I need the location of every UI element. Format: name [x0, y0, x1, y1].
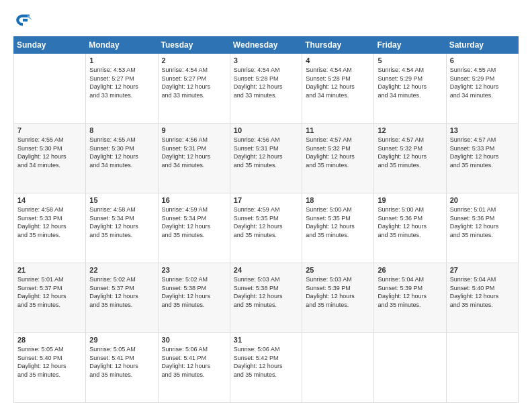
day-info: Sunrise: 4:57 AMSunset: 5:33 PMDaylight:…	[450, 136, 515, 169]
day-number: 13	[450, 126, 515, 134]
day-cell: 9 Sunrise: 4:56 AMSunset: 5:31 PMDayligh…	[158, 124, 230, 193]
day-number: 14	[17, 196, 82, 204]
day-info: Sunrise: 5:03 AMSunset: 5:39 PMDaylight:…	[306, 275, 370, 309]
day-cell: 6 Sunrise: 4:55 AMSunset: 5:29 PMDayligh…	[446, 54, 518, 124]
day-number: 23	[162, 266, 226, 274]
day-info: Sunrise: 5:04 AMSunset: 5:39 PMDaylight:…	[378, 275, 442, 309]
day-cell: 19 Sunrise: 5:00 AMSunset: 5:36 PMDaylig…	[374, 193, 446, 263]
day-cell: 24 Sunrise: 5:03 AMSunset: 5:38 PMDaylig…	[230, 263, 302, 333]
day-number: 16	[162, 196, 226, 204]
day-cell	[446, 333, 518, 403]
day-info: Sunrise: 4:55 AMSunset: 5:30 PMDaylight:…	[89, 136, 154, 169]
day-info: Sunrise: 4:57 AMSunset: 5:32 PMDaylight:…	[306, 136, 370, 169]
day-cell: 30 Sunrise: 5:06 AMSunset: 5:41 PMDaylig…	[158, 333, 230, 403]
logo	[13, 11, 35, 30]
weekday-tuesday: Tuesday	[158, 37, 230, 54]
day-info: Sunrise: 4:55 AMSunset: 5:29 PMDaylight:…	[450, 66, 515, 99]
svg-marker-0	[28, 15, 32, 20]
day-cell: 11 Sunrise: 4:57 AMSunset: 5:32 PMDaylig…	[302, 124, 374, 193]
day-info: Sunrise: 5:04 AMSunset: 5:40 PMDaylight:…	[450, 275, 515, 309]
day-info: Sunrise: 5:02 AMSunset: 5:37 PMDaylight:…	[89, 275, 154, 309]
header	[13, 11, 519, 30]
day-number: 4	[306, 56, 370, 64]
day-info: Sunrise: 4:57 AMSunset: 5:32 PMDaylight:…	[378, 136, 442, 169]
week-row-2: 7 Sunrise: 4:55 AMSunset: 5:30 PMDayligh…	[14, 124, 519, 193]
week-row-5: 28 Sunrise: 5:05 AMSunset: 5:40 PMDaylig…	[14, 333, 519, 403]
day-cell: 15 Sunrise: 4:58 AMSunset: 5:34 PMDaylig…	[86, 193, 158, 263]
weekday-wednesday: Wednesday	[230, 37, 302, 54]
day-number: 21	[17, 266, 82, 274]
day-cell: 17 Sunrise: 4:59 AMSunset: 5:35 PMDaylig…	[230, 193, 302, 263]
day-info: Sunrise: 4:54 AMSunset: 5:28 PMDaylight:…	[306, 66, 370, 99]
weekday-saturday: Saturday	[446, 37, 518, 54]
day-number: 10	[234, 126, 298, 134]
day-info: Sunrise: 5:01 AMSunset: 5:36 PMDaylight:…	[450, 205, 515, 239]
day-cell: 23 Sunrise: 5:02 AMSunset: 5:38 PMDaylig…	[158, 263, 230, 333]
day-number: 12	[378, 126, 442, 134]
day-number: 2	[162, 56, 226, 64]
calendar-table: SundayMondayTuesdayWednesdayThursdayFrid…	[13, 36, 519, 403]
day-info: Sunrise: 4:54 AMSunset: 5:28 PMDaylight:…	[234, 66, 298, 99]
day-number: 1	[89, 56, 154, 64]
day-number: 7	[17, 126, 82, 134]
day-info: Sunrise: 4:58 AMSunset: 5:34 PMDaylight:…	[89, 205, 154, 239]
day-number: 24	[234, 266, 298, 274]
day-number: 18	[306, 196, 370, 204]
day-cell: 12 Sunrise: 4:57 AMSunset: 5:32 PMDaylig…	[374, 124, 446, 193]
day-number: 9	[162, 126, 226, 134]
day-cell	[14, 54, 86, 124]
day-number: 5	[378, 56, 442, 64]
day-cell: 31 Sunrise: 5:06 AMSunset: 5:42 PMDaylig…	[230, 333, 302, 403]
day-info: Sunrise: 4:58 AMSunset: 5:33 PMDaylight:…	[17, 205, 82, 239]
day-cell: 10 Sunrise: 4:56 AMSunset: 5:31 PMDaylig…	[230, 124, 302, 193]
day-number: 25	[306, 266, 370, 274]
day-number: 6	[450, 56, 515, 64]
day-number: 29	[89, 336, 154, 344]
day-info: Sunrise: 4:53 AMSunset: 5:27 PMDaylight:…	[89, 66, 154, 99]
weekday-header-row: SundayMondayTuesdayWednesdayThursdayFrid…	[14, 37, 519, 54]
day-cell: 2 Sunrise: 4:54 AMSunset: 5:27 PMDayligh…	[158, 54, 230, 124]
day-cell	[302, 333, 374, 403]
week-row-4: 21 Sunrise: 5:01 AMSunset: 5:37 PMDaylig…	[14, 263, 519, 333]
day-number: 11	[306, 126, 370, 134]
day-info: Sunrise: 4:55 AMSunset: 5:30 PMDaylight:…	[17, 136, 82, 169]
day-info: Sunrise: 5:01 AMSunset: 5:37 PMDaylight:…	[17, 275, 82, 309]
day-number: 27	[450, 266, 515, 274]
day-cell: 3 Sunrise: 4:54 AMSunset: 5:28 PMDayligh…	[230, 54, 302, 124]
day-number: 3	[234, 56, 298, 64]
day-cell: 8 Sunrise: 4:55 AMSunset: 5:30 PMDayligh…	[86, 124, 158, 193]
day-info: Sunrise: 5:00 AMSunset: 5:35 PMDaylight:…	[306, 205, 370, 239]
weekday-friday: Friday	[374, 37, 446, 54]
day-cell: 14 Sunrise: 4:58 AMSunset: 5:33 PMDaylig…	[14, 193, 86, 263]
week-row-1: 1 Sunrise: 4:53 AMSunset: 5:27 PMDayligh…	[14, 54, 519, 124]
weekday-monday: Monday	[86, 37, 158, 54]
day-info: Sunrise: 5:06 AMSunset: 5:41 PMDaylight:…	[162, 345, 226, 379]
day-info: Sunrise: 5:05 AMSunset: 5:41 PMDaylight:…	[89, 345, 154, 379]
day-number: 22	[89, 266, 154, 274]
day-number: 30	[162, 336, 226, 344]
day-cell: 4 Sunrise: 4:54 AMSunset: 5:28 PMDayligh…	[302, 54, 374, 124]
day-cell: 29 Sunrise: 5:05 AMSunset: 5:41 PMDaylig…	[86, 333, 158, 403]
day-cell	[374, 333, 446, 403]
day-info: Sunrise: 5:00 AMSunset: 5:36 PMDaylight:…	[378, 205, 442, 239]
day-cell: 27 Sunrise: 5:04 AMSunset: 5:40 PMDaylig…	[446, 263, 518, 333]
day-cell: 18 Sunrise: 5:00 AMSunset: 5:35 PMDaylig…	[302, 193, 374, 263]
day-cell: 7 Sunrise: 4:55 AMSunset: 5:30 PMDayligh…	[14, 124, 86, 193]
day-info: Sunrise: 4:59 AMSunset: 5:35 PMDaylight:…	[234, 205, 298, 239]
day-cell: 25 Sunrise: 5:03 AMSunset: 5:39 PMDaylig…	[302, 263, 374, 333]
day-number: 28	[17, 336, 82, 344]
logo-icon	[13, 11, 32, 30]
day-cell: 13 Sunrise: 4:57 AMSunset: 5:33 PMDaylig…	[446, 124, 518, 193]
day-cell: 20 Sunrise: 5:01 AMSunset: 5:36 PMDaylig…	[446, 193, 518, 263]
day-number: 15	[89, 196, 154, 204]
day-cell: 28 Sunrise: 5:05 AMSunset: 5:40 PMDaylig…	[14, 333, 86, 403]
day-cell: 5 Sunrise: 4:54 AMSunset: 5:29 PMDayligh…	[374, 54, 446, 124]
day-number: 31	[234, 336, 298, 344]
page: SundayMondayTuesdayWednesdayThursdayFrid…	[0, 0, 532, 411]
day-number: 8	[89, 126, 154, 134]
day-number: 17	[234, 196, 298, 204]
day-info: Sunrise: 4:56 AMSunset: 5:31 PMDaylight:…	[162, 136, 226, 169]
day-cell: 21 Sunrise: 5:01 AMSunset: 5:37 PMDaylig…	[14, 263, 86, 333]
weekday-thursday: Thursday	[302, 37, 374, 54]
day-number: 26	[378, 266, 442, 274]
